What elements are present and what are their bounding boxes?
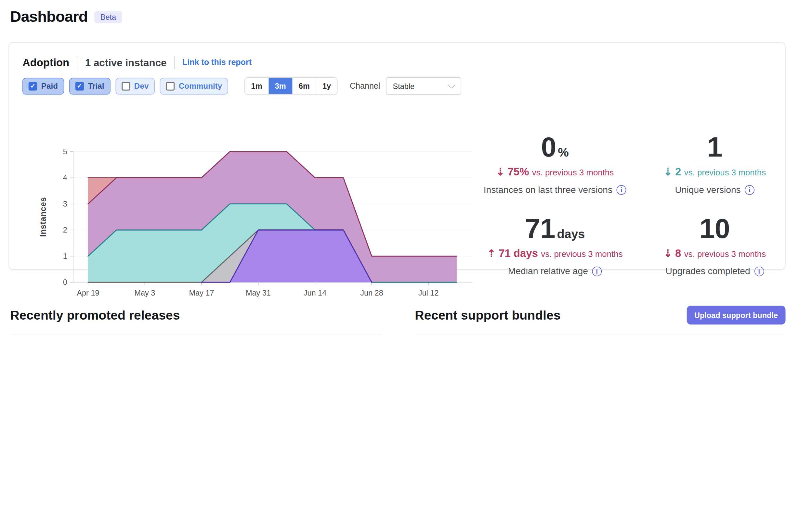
time-range-control: 1m 3m 6m 1y [245, 77, 338, 95]
channel-label: Channel [350, 81, 380, 91]
info-icon[interactable]: i [754, 267, 764, 276]
stat-median-relative-age: 71days ⇡71 daysvs. previous 3 months Med… [475, 215, 635, 296]
filter-paid-checkbox[interactable]: ✓ Paid [22, 78, 64, 95]
adoption-stats: 0% ⇣75%vs. previous 3 months Instances o… [475, 133, 786, 296]
checkbox-icon: ✓ [75, 81, 84, 90]
active-instance-count: 1 active instance [85, 57, 167, 69]
separator [174, 56, 175, 69]
adoption-title: Adoption [22, 56, 69, 69]
dashboard-page: Dashboard Beta Adoption 1 active instanc… [0, 0, 786, 340]
svg-text:5: 5 [63, 147, 67, 156]
svg-text:Jul 12: Jul 12 [418, 289, 439, 297]
range-1m[interactable]: 1m [245, 78, 269, 94]
separator [77, 56, 78, 69]
checkbox-icon [166, 81, 175, 90]
stat-upgrades-completed: 10 ⇣8vs. previous 3 months Upgrades comp… [635, 215, 786, 296]
page-header: Dashboard Beta [10, 8, 122, 25]
svg-text:1: 1 [63, 252, 67, 261]
filter-trial-checkbox[interactable]: ✓ Trial [69, 78, 111, 95]
checkbox-icon: ✓ [29, 81, 38, 90]
divider [415, 335, 785, 335]
adoption-card: Adoption 1 active instance Link to this … [9, 42, 786, 270]
info-icon[interactable]: i [617, 185, 626, 195]
channel-value: Stable [393, 81, 415, 90]
trend-arrow-icon: ⇣ [496, 166, 505, 178]
info-icon[interactable]: i [592, 267, 602, 276]
divider [10, 335, 382, 335]
svg-text:0: 0 [63, 278, 67, 287]
channel-select[interactable]: Stable [386, 77, 461, 95]
trend-arrow-icon: ⇡ [487, 247, 495, 260]
trend-arrow-icon: ⇣ [664, 166, 672, 178]
filter-label: Dev [134, 81, 149, 91]
upload-support-bundle-button[interactable]: Upload support bundle [687, 306, 785, 324]
beta-badge: Beta [94, 10, 122, 23]
svg-text:Jun 14: Jun 14 [304, 289, 327, 297]
bundles-heading: Recent support bundles [415, 308, 560, 322]
filter-row: ✓ Paid ✓ Trial Dev Community 1m 3m 6m 1y [22, 77, 461, 95]
svg-text:2: 2 [63, 226, 67, 234]
range-1y[interactable]: 1y [316, 78, 337, 94]
svg-text:Apr 19: Apr 19 [77, 289, 99, 297]
stat-unique-versions: 1 ⇣2vs. previous 3 months Unique version… [635, 133, 786, 215]
svg-text:May 3: May 3 [134, 289, 155, 297]
filter-dev-checkbox[interactable]: Dev [115, 78, 155, 95]
filter-community-checkbox[interactable]: Community [160, 78, 228, 95]
svg-text:Jun 28: Jun 28 [360, 289, 383, 297]
svg-text:May 17: May 17 [189, 289, 214, 297]
trend-arrow-icon: ⇣ [664, 247, 672, 260]
link-to-report[interactable]: Link to this report [182, 58, 252, 67]
checkbox-icon [121, 81, 130, 90]
range-6m[interactable]: 6m [293, 78, 316, 94]
stat-last-three-versions: 0% ⇣75%vs. previous 3 months Instances o… [475, 133, 635, 215]
svg-text:May 31: May 31 [246, 289, 271, 297]
adoption-chart: 012345Apr 19May 3May 17May 31Jun 14Jun 2… [40, 145, 508, 302]
info-icon[interactable]: i [745, 185, 755, 195]
filter-label: Paid [41, 81, 58, 91]
chevron-down-icon [448, 81, 455, 88]
range-3m[interactable]: 3m [269, 78, 293, 94]
page-title: Dashboard [10, 8, 88, 25]
svg-text:3: 3 [63, 200, 67, 208]
filter-label: Trial [88, 81, 105, 91]
svg-text:Instances: Instances [40, 197, 47, 237]
filter-label: Community [179, 81, 222, 91]
svg-text:4: 4 [63, 173, 67, 182]
adoption-card-header: Adoption 1 active instance Link to this … [22, 56, 252, 69]
releases-heading: Recently promoted releases [10, 308, 180, 322]
